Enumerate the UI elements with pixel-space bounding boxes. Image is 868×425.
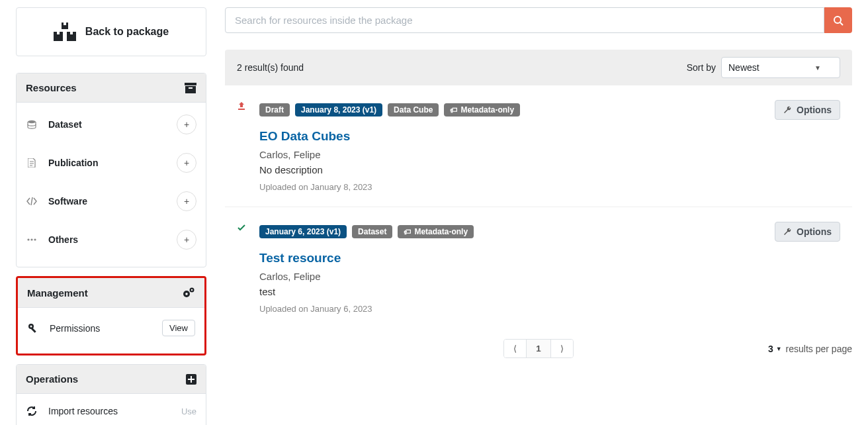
sidebar-item-software[interactable]: Software +: [26, 182, 196, 220]
results-count: 2 result(s) found: [237, 62, 304, 73]
tag-type: Data Cube: [388, 103, 439, 117]
rpp-label: results per page: [786, 344, 852, 354]
svg-line-24: [840, 23, 843, 25]
file-icon: [26, 158, 38, 167]
svg-point-9: [28, 120, 36, 123]
options-button[interactable]: Options: [775, 100, 840, 120]
svg-rect-22: [188, 379, 195, 380]
search-bar: [225, 7, 852, 33]
wrench-icon: [783, 105, 793, 115]
resource-title[interactable]: EO Data Cubes: [259, 129, 840, 144]
wrench-icon: [783, 227, 793, 236]
resource-item: Draft January 8, 2023 (v1) Data Cube 🏷Me…: [225, 85, 852, 207]
tag-icon: 🏷: [404, 228, 411, 236]
pager-next[interactable]: ⟩: [551, 340, 573, 357]
permissions-label: Permissions: [50, 323, 152, 334]
dataset-label: Dataset: [48, 119, 166, 130]
pager: ⟨ 1 ⟩: [503, 339, 573, 358]
svg-point-23: [834, 17, 841, 23]
resource-uploaded: Uploaded on January 8, 2023: [259, 182, 840, 192]
software-label: Software: [48, 196, 166, 207]
search-button[interactable]: [824, 7, 852, 33]
chevron-down-icon: ▼: [814, 64, 821, 71]
permissions-view-button[interactable]: View: [162, 320, 195, 336]
gears-icon: [182, 287, 195, 299]
sort-select[interactable]: Newest ▼: [721, 57, 840, 78]
management-panel: Management Permissions View: [16, 276, 206, 355]
add-software-button[interactable]: +: [177, 191, 196, 211]
sidebar-item-dataset[interactable]: Dataset +: [26, 105, 196, 144]
sidebar-item-others[interactable]: Others +: [26, 220, 196, 259]
resource-author: Carlos, Felipe: [259, 271, 840, 282]
pager-prev[interactable]: ⟨: [504, 340, 527, 357]
database-icon: [26, 120, 38, 129]
svg-point-16: [191, 289, 193, 291]
tag-date: January 6, 2023 (v1): [259, 225, 347, 238]
operations-item-import[interactable]: Import resources Use: [26, 397, 196, 425]
back-to-package-button[interactable]: Back to package: [16, 7, 206, 56]
options-button[interactable]: Options: [775, 222, 840, 242]
tag-metadata: 🏷Metadata-only: [444, 103, 520, 117]
upload-icon: [237, 100, 247, 192]
search-input[interactable]: [225, 7, 824, 33]
management-item-permissions[interactable]: Permissions View: [27, 310, 195, 346]
add-publication-button[interactable]: +: [177, 153, 196, 173]
operations-title: Operations: [26, 373, 78, 385]
resource-item: January 6, 2023 (v1) Dataset 🏷Metadata-o…: [225, 207, 852, 328]
sort-value: Newest: [728, 62, 760, 73]
rpp-dropdown[interactable]: 3▼: [768, 344, 782, 354]
chevron-down-icon: ▼: [776, 346, 782, 352]
management-header: Management: [18, 278, 204, 308]
archive-icon: [185, 83, 196, 93]
tag-draft: Draft: [259, 103, 290, 117]
operations-panel: Operations Import resources Use: [16, 364, 206, 425]
sort-label: Sort by: [687, 62, 716, 73]
others-label: Others: [48, 234, 166, 245]
results-bar: 2 result(s) found Sort by Newest ▼: [225, 50, 852, 85]
search-icon: [833, 15, 844, 26]
svg-point-18: [30, 325, 32, 327]
svg-rect-6: [185, 83, 196, 85]
resource-uploaded: Uploaded on January 6, 2023: [259, 304, 840, 314]
check-icon: [237, 222, 247, 314]
resources-title: Resources: [26, 82, 77, 93]
boxes-icon: [54, 23, 76, 41]
tag-metadata: 🏷Metadata-only: [398, 225, 474, 238]
tag-icon: 🏷: [450, 106, 457, 114]
management-title: Management: [27, 287, 88, 299]
svg-rect-4: [70, 32, 73, 34]
svg-rect-7: [185, 86, 196, 93]
svg-rect-25: [238, 109, 245, 110]
publication-label: Publication: [48, 158, 166, 168]
svg-rect-5: [64, 23, 66, 25]
import-label: Import resources: [48, 406, 171, 416]
resource-description: No description: [259, 164, 840, 175]
svg-rect-3: [57, 32, 60, 34]
refresh-icon: [26, 406, 38, 416]
ellipsis-icon: [26, 238, 38, 241]
resources-panel: Resources Dataset + Publication +: [16, 73, 206, 267]
tag-type: Dataset: [352, 225, 392, 238]
svg-point-14: [185, 293, 188, 295]
results-per-page: 3▼ results per page: [768, 344, 852, 354]
svg-rect-8: [189, 87, 193, 89]
key-icon: [27, 323, 39, 334]
resource-author: Carlos, Felipe: [259, 149, 840, 160]
operations-header: Operations: [17, 365, 206, 394]
tag-date: January 8, 2023 (v1): [295, 103, 382, 117]
add-others-button[interactable]: +: [177, 230, 196, 250]
svg-point-10: [27, 238, 29, 240]
pager-page-1[interactable]: 1: [527, 340, 550, 357]
svg-point-11: [30, 238, 32, 240]
import-use-link[interactable]: Use: [181, 406, 196, 416]
resources-header: Resources: [17, 73, 206, 103]
sidebar-item-publication[interactable]: Publication +: [26, 144, 196, 182]
add-dataset-button[interactable]: +: [177, 115, 196, 134]
plus-square-icon: [186, 374, 196, 385]
svg-rect-19: [31, 328, 36, 333]
svg-point-12: [34, 238, 36, 240]
resource-description: test: [259, 286, 840, 297]
resource-title[interactable]: Test resource: [259, 251, 840, 265]
pager-row: ⟨ 1 ⟩ 3▼ results per page: [225, 328, 852, 361]
back-label: Back to package: [85, 26, 169, 38]
